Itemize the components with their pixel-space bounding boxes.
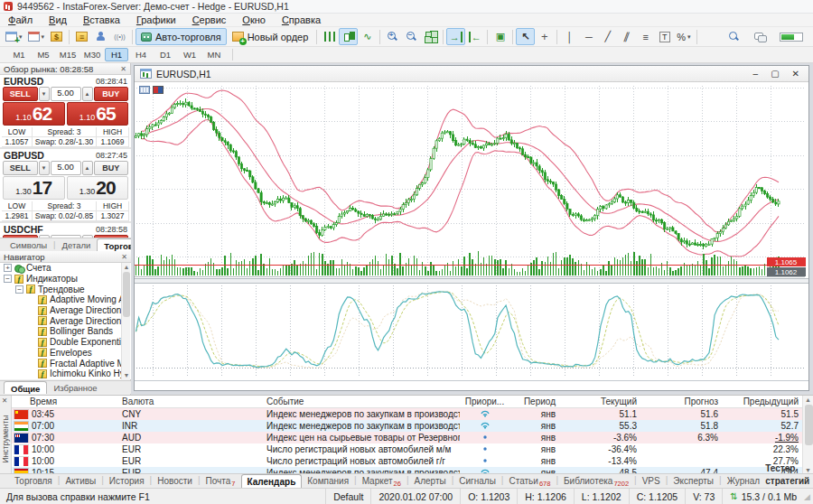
timeframe-m1[interactable]: M1 (7, 48, 31, 61)
bid-price-box[interactable]: 1.1062 (3, 102, 65, 126)
timeframe-w1[interactable]: W1 (178, 48, 201, 61)
menu-item-окно[interactable]: Окно (234, 14, 274, 27)
tab-Общие[interactable]: Общие (4, 381, 47, 394)
tree-item-ichimoku-kinko-hyo[interactable]: fIchimoku Kinko Hyo (0, 369, 131, 379)
chat-icon[interactable] (751, 28, 770, 45)
bottom-tab-vps[interactable]: VPS (637, 474, 666, 488)
navigator-close-icon[interactable]: ✕ (121, 253, 127, 261)
bottom-tab-история[interactable]: История (104, 474, 150, 488)
text-tool-icon[interactable]: T (655, 28, 674, 45)
metaeditor-icon[interactable]: ≡ (72, 28, 91, 45)
column-header-4[interactable]: Период (509, 397, 559, 406)
expand-icon[interactable]: + (4, 264, 12, 272)
navigator-scrollbar[interactable]: ▲ ▼ (121, 263, 130, 379)
horizontal-line-icon[interactable]: ─ (579, 28, 598, 45)
chart-symbol-badge-icon[interactable] (153, 86, 164, 94)
market-watch-close-icon[interactable]: ✕ (120, 65, 126, 73)
chart-maximize-icon[interactable]: ▢ (771, 69, 779, 79)
menu-item-справка[interactable]: Справка (274, 14, 329, 27)
autoscroll-icon[interactable]: → (446, 28, 465, 45)
bottom-tab-торговля[interactable]: Торговля (9, 474, 58, 488)
column-header-7[interactable]: Предыдущий (722, 397, 802, 406)
timeframe-d1[interactable]: D1 (154, 48, 177, 61)
volume-increase-icon[interactable]: ▲ (82, 161, 93, 175)
calendar-row[interactable]: 10:00EURЧисло регистраций новых автомоби… (12, 443, 802, 455)
timeframe-m5[interactable]: M5 (32, 48, 55, 61)
buy-button[interactable]: BUY (94, 161, 129, 175)
timeframe-mn[interactable]: MN (202, 48, 226, 61)
bottom-tab-маркет[interactable]: Маркет26 (357, 474, 406, 488)
volume-field[interactable]: 5.00 (51, 161, 81, 175)
calendar-row[interactable]: 03:45CNYИндекс менеджеров по закупкам в … (12, 408, 802, 420)
ask-price-box[interactable]: 1.1065 (67, 102, 129, 126)
tree-item-трендовые[interactable]: −fТрендовые (0, 284, 131, 294)
buy-button[interactable]: BUY (94, 87, 129, 101)
timeframe-m30[interactable]: M30 (80, 48, 104, 61)
chart-window[interactable]: EURUSD,H1 – ▢ ✕ 1.10651.1062 (134, 65, 809, 391)
collapse-icon[interactable]: − (15, 285, 23, 294)
bottom-tab-алерты[interactable]: Алерты (408, 474, 451, 488)
tab-Избранное[interactable]: Избранное (47, 381, 103, 394)
scroll-up-icon[interactable]: ▲ (122, 264, 131, 270)
sell-button[interactable]: SELL (3, 161, 38, 175)
chart-minimize-icon[interactable]: – (753, 69, 759, 79)
chart-window-titlebar[interactable]: EURUSD,H1 – ▢ ✕ (135, 66, 808, 82)
symbol-block-usdchf[interactable]: USDCHF08:28:58SELL▼5.00▲BUY (0, 223, 131, 238)
symbol-block-gbpusd[interactable]: GBPUSD08:27:45SELL▼5.00▲BUY1.30171.3020L… (0, 149, 131, 223)
column-header-1[interactable]: Валюта (118, 397, 263, 406)
bottom-tab-библиотека[interactable]: Библиотека7202 (558, 474, 634, 488)
symbol-name-row[interactable]: EURUSD08:28:41 (2, 75, 129, 86)
bottom-tab-журнал[interactable]: Журнал (722, 474, 766, 488)
scroll-thumb[interactable] (123, 272, 130, 317)
symbol-block-eurusd[interactable]: EURUSD08:28:41SELL▼5.00▲BUY1.10621.1065L… (0, 75, 131, 149)
tile-windows-icon[interactable] (421, 28, 440, 45)
bottom-tab-новости[interactable]: Новости (152, 474, 198, 488)
bottom-tab-сигналы[interactable]: Сигналы (453, 474, 501, 488)
volume-field[interactable]: 5.00 (51, 87, 81, 101)
calendar-row[interactable]: 10:00EURЧисло регистраций новых автомоби… (12, 455, 802, 467)
resize-grip[interactable]: ◢ (804, 489, 813, 504)
trendline-icon[interactable]: ╱ (598, 28, 617, 45)
chart-indicator-badge-icon[interactable] (139, 86, 150, 94)
tree-item-adaptive-moving-av[interactable]: fAdaptive Moving Av (0, 294, 131, 305)
collapse-icon[interactable]: − (4, 275, 12, 283)
candles-icon[interactable] (339, 28, 358, 45)
column-header-3[interactable]: Приори... (460, 397, 509, 406)
scroll-thumb[interactable] (805, 405, 813, 445)
chart-shift-icon[interactable]: ← (465, 28, 484, 45)
calendar-row[interactable]: 07:00INRИндекс менеджеров по закупкам в … (12, 420, 802, 432)
tree-item-average-directional[interactable]: fAverage Directional (0, 315, 131, 326)
scroll-down-icon[interactable]: ▼ (122, 372, 131, 378)
sell-button[interactable]: SELL (3, 87, 38, 101)
bottom-tab-статьи[interactable]: Статьи678 (503, 474, 556, 488)
menu-item-сервис[interactable]: Сервис (184, 14, 235, 27)
chart-close-icon[interactable]: ✕ (792, 69, 799, 79)
market-window-icon[interactable]: $ (47, 28, 66, 45)
signals-icon[interactable]: ((•)) (110, 28, 129, 45)
menu-item-файл[interactable]: Файл (0, 14, 41, 27)
tree-item-счета[interactable]: +Счета (0, 263, 131, 274)
menu-item-графики[interactable]: Графики (128, 14, 184, 27)
tree-item-envelopes[interactable]: fEnvelopes (0, 348, 131, 359)
volume-decrease-icon[interactable]: ▼ (39, 161, 50, 175)
new-order-button[interactable]: Новый ордер (227, 28, 314, 45)
arrows-icon[interactable]: %▾ (674, 28, 693, 45)
bottom-tab-активы[interactable]: Активы (60, 474, 101, 488)
algo-trading-icon[interactable] (91, 28, 110, 45)
tab-Детали[interactable]: Детали (56, 238, 98, 251)
window-titlebar[interactable]: 9449562 - InstaForex-Server: Демо-счет -… (0, 0, 813, 14)
tree-item-double-exponential[interactable]: fDouble Exponential (0, 337, 131, 348)
bars-icon[interactable] (320, 28, 339, 45)
column-header-2[interactable]: Событие (263, 397, 460, 406)
zoom-out-icon[interactable]: − (402, 28, 421, 45)
channel-icon[interactable]: ∥ (617, 28, 636, 45)
column-header-0[interactable]: Время (12, 397, 118, 406)
bid-price-box[interactable]: 1.3017 (3, 176, 65, 200)
chart-canvas[interactable]: 1.10651.1062 (135, 82, 808, 390)
tree-item-индикаторы[interactable]: −fИндикаторы (0, 274, 131, 285)
templates-icon[interactable]: ▣ (491, 28, 509, 45)
fibonacci-icon[interactable]: ≡ (636, 28, 655, 45)
price-chart[interactable]: 1.10651.1062 (135, 82, 808, 390)
timeframe-h1[interactable]: H1 (105, 48, 128, 61)
tree-item-fractal-adaptive-mo[interactable]: fFractal Adaptive Mo (0, 358, 131, 369)
